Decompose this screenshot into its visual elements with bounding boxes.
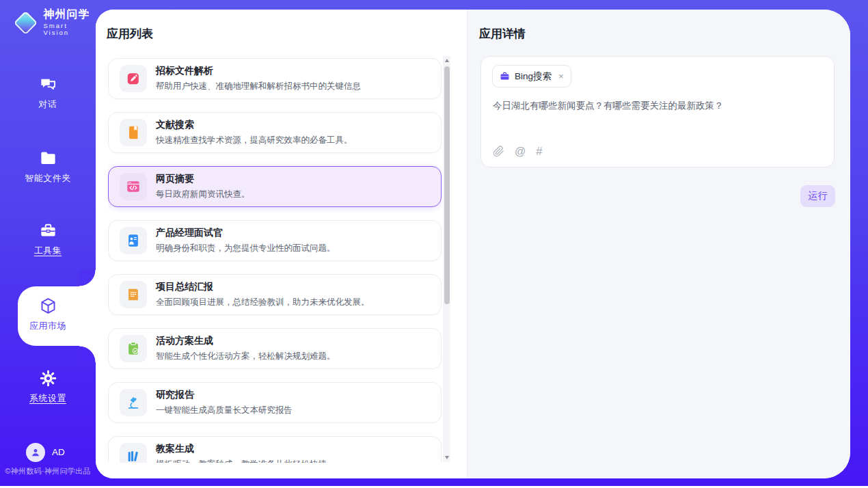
briefcase-icon <box>500 71 510 81</box>
active-tab-fillet-bottom <box>79 346 96 362</box>
scrollbar-thumb[interactable] <box>444 66 450 304</box>
scroll-up-arrow[interactable] <box>443 57 450 64</box>
edit-doc-icon <box>126 71 141 86</box>
app-item-title: 活动方案生成 <box>156 335 336 347</box>
cube-icon <box>39 297 57 316</box>
user-initials: AD <box>52 447 65 457</box>
composer-card: Bing搜索 × 今日湖北有哪些新闻要点？有哪些需要关注的最新政策？ @ # <box>480 56 835 167</box>
app-window: 神州问学 Smart Vision 对话 智能文件夹 <box>0 0 868 488</box>
gear-icon <box>39 369 57 388</box>
brand-tagline: Smart Vision <box>43 23 96 37</box>
resume-icon <box>126 233 141 248</box>
brand-name: 神州问学 <box>43 8 96 21</box>
avatar <box>26 443 45 462</box>
app-item-description: 每日政府新闻资讯快查。 <box>156 189 250 200</box>
app-list-item[interactable]: 招标文件解析 帮助用户快速、准确地理解和解析招标书中的关键信息 <box>108 58 442 99</box>
app-icon-box <box>120 227 147 254</box>
app-icon-box <box>120 443 147 463</box>
app-item-title: 招标文件解析 <box>156 65 361 77</box>
scroll-down-arrow[interactable] <box>443 454 450 461</box>
app-item-title: 研究报告 <box>156 389 293 401</box>
app-detail-panel: 应用详情 Bing搜索 × 今日湖北有哪些新闻要点？有哪些需要关注的最新政策？ <box>467 10 850 478</box>
app-item-title: 产品经理面试官 <box>156 227 336 239</box>
sidebar: 神州问学 Smart Vision 对话 智能文件夹 <box>0 0 96 486</box>
active-tab-fillet-top <box>79 270 96 286</box>
composer-toolbar: @ # <box>493 145 541 158</box>
folder-icon <box>39 149 57 168</box>
paperclip-icon[interactable] <box>493 146 504 157</box>
person-icon <box>30 447 41 458</box>
app-icon-box <box>120 389 147 416</box>
app-item-title: 文献搜索 <box>156 119 353 131</box>
app-item-description: 模板驱动，教案秒成，教学准备从此轻松快捷 <box>156 459 327 463</box>
app-list-item[interactable]: 研究报告 一键智能生成高质量长文本研究报告 <box>108 382 442 423</box>
user-account[interactable]: AD <box>0 443 96 463</box>
toolbox-icon <box>39 221 57 241</box>
app-item-description: 帮助用户快速、准确地理解和解析招标书中的关键信息 <box>156 81 361 92</box>
app-list-item[interactable]: 文献搜索 快速精准查找学术资源，提高研究效率的必备工具。 <box>108 112 442 153</box>
app-list: 招标文件解析 帮助用户快速、准确地理解和解析招标书中的关键信息 文献搜索 快速精… <box>108 58 442 463</box>
sidebar-item-label: 系统设置 <box>0 392 96 405</box>
app-item-description: 全面回顾项目进展，总结经验教训，助力未来优化发展。 <box>156 297 370 308</box>
book-icon <box>126 125 141 140</box>
copyright-footer: ©神州数码·神州问学出品 <box>0 466 96 476</box>
sidebar-item-settings[interactable]: 系统设置 <box>0 369 96 405</box>
diamond-logo-icon <box>12 10 38 36</box>
web-code-icon <box>126 179 141 194</box>
sidebar-item-label: 智能文件夹 <box>0 172 96 185</box>
sidebar-item-app-market[interactable]: 应用市场 <box>0 297 96 332</box>
sidebar-item-label: 对话 <box>0 98 96 111</box>
chat-icon <box>39 75 57 94</box>
content-area: 应用列表 招标文件解析 帮助用户快速、准确地理解和解析招标书中的关键信息 文献搜… <box>96 10 850 478</box>
sidebar-item-label: 应用市场 <box>0 320 96 332</box>
clipboard-check-icon <box>126 341 141 356</box>
sidebar-item-smart-folder[interactable]: 智能文件夹 <box>0 149 96 185</box>
books-icon <box>126 449 141 463</box>
at-mention-icon[interactable]: @ <box>515 146 526 158</box>
run-button[interactable]: 运行 <box>800 185 835 207</box>
app-item-description: 明确身份和职责，为您提供专业性的面试问题。 <box>156 243 336 254</box>
app-item-title: 项目总结汇报 <box>156 281 370 293</box>
app-icon-box <box>120 65 147 92</box>
app-item-description: 快速精准查找学术资源，提高研究效率的必备工具。 <box>156 135 353 146</box>
app-item-title: 网页摘要 <box>156 173 250 185</box>
app-item-description: 智能生成个性化活动方案，轻松解决规划难题。 <box>156 351 336 362</box>
app-icon-box <box>120 173 147 200</box>
app-item-title: 教案生成 <box>156 443 327 455</box>
hash-icon[interactable]: # <box>536 145 541 158</box>
brand-logo: 神州问学 Smart Vision <box>12 8 96 36</box>
app-detail-title: 应用详情 <box>479 26 526 42</box>
microscope-icon <box>126 395 141 410</box>
app-list-item[interactable]: 产品经理面试官 明确身份和职责，为您提供专业性的面试问题。 <box>108 220 442 261</box>
sidebar-item-toolbox[interactable]: 工具集 <box>0 221 96 257</box>
app-list-item[interactable]: 网页摘要 每日政府新闻资讯快查。 <box>108 166 442 207</box>
app-list-item[interactable]: 活动方案生成 智能生成个性化活动方案，轻松解决规划难题。 <box>108 328 442 369</box>
tool-chip-label: Bing搜索 <box>515 70 552 83</box>
scrollbar[interactable] <box>443 56 450 462</box>
app-list-item[interactable]: 项目总结汇报 全面回顾项目进展，总结经验教训，助力未来优化发展。 <box>108 274 442 315</box>
app-list-item[interactable]: 教案生成 模板驱动，教案秒成，教学准备从此轻松快捷 <box>108 436 442 463</box>
memo-icon <box>126 287 141 302</box>
sidebar-item-label: 工具集 <box>0 245 96 257</box>
app-item-description: 一键智能生成高质量长文本研究报告 <box>156 405 293 416</box>
app-list-panel: 应用列表 招标文件解析 帮助用户快速、准确地理解和解析招标书中的关键信息 文献搜… <box>96 10 467 478</box>
app-icon-box <box>120 281 147 308</box>
app-icon-box <box>120 119 147 146</box>
sidebar-item-chat[interactable]: 对话 <box>0 75 96 111</box>
close-icon[interactable]: × <box>558 71 564 81</box>
tool-chip-bing-search[interactable]: Bing搜索 × <box>492 65 571 87</box>
app-icon-box <box>120 335 147 362</box>
app-list-title: 应用列表 <box>107 26 153 42</box>
prompt-input[interactable]: 今日湖北有哪些新闻要点？有哪些需要关注的最新政策？ <box>493 99 820 113</box>
